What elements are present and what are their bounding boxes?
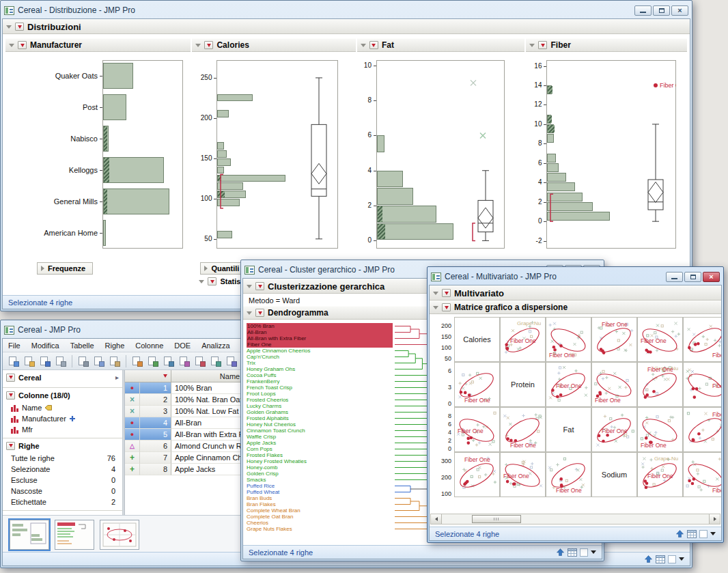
scatter-cell[interactable]: Fiber One [591,317,637,362]
sort-icon[interactable] [178,355,191,367]
histogram-bar[interactable] [547,212,610,221]
close-button[interactable]: × [703,272,720,282]
scatter-cell[interactable]: Fiber One [500,452,546,497]
scroll-to-top-icon[interactable] [556,548,565,557]
menu-righe[interactable]: Righe [105,341,125,350]
histogram-bar[interactable] [217,231,232,238]
disclosure-icon[interactable] [6,25,12,29]
row-state-marker[interactable]: ● [125,382,140,394]
histogram-bar[interactable] [377,188,413,205]
disclosure-icon[interactable] [433,292,438,295]
disclosure-icon[interactable] [9,44,14,47]
red-triangle-menu[interactable] [204,41,213,49]
thumbnail-distribution[interactable] [10,520,49,550]
scatter-cell[interactable]: Fiber One [591,362,637,407]
row-number[interactable]: 8 [140,464,171,475]
row-number[interactable]: 7 [140,452,171,464]
row-state-marker[interactable]: + [125,452,140,464]
outline-fiber[interactable]: Fiber [526,38,687,52]
dendrogram-leaf[interactable]: All-Bran with Extra Fiber [247,335,393,341]
scatter-cell[interactable]: Fiber One [546,452,591,497]
dendrogram-leaf[interactable]: Fiber One [247,341,393,348]
table-panel-header[interactable]: Cereal ▸ [3,370,122,385]
histogram-bar[interactable] [377,206,436,223]
row-state-marker[interactable]: ● [125,417,140,429]
dendrogram-leaf[interactable]: Cap'n'Crunch [247,354,279,360]
disclosure-icon[interactable] [247,311,252,315]
scatter-cell[interactable]: Fiber One [546,317,591,362]
histogram-bar[interactable] [547,154,556,163]
dendrogram-leaf[interactable]: Golden Crisp [247,471,279,477]
disclosure-icon[interactable] [529,44,535,47]
dendrogram-leaf[interactable]: Puffed Wheat [247,489,279,495]
histogram-bar[interactable] [217,167,224,174]
red-triangle-menu[interactable] [369,41,378,49]
row-state-marker[interactable]: × [125,406,140,417]
cut-icon[interactable] [76,355,90,367]
row-state-marker[interactable]: × [125,394,140,406]
row-state-marker[interactable]: + [125,464,140,475]
data-table-icon[interactable] [568,548,577,557]
scatter-cell[interactable]: Grape-NuFiber One [500,317,546,362]
row-state-marker[interactable]: △ [125,441,140,452]
scatter-cell[interactable]: Fiber One [683,407,721,452]
matrix-hscrollbar[interactable] [430,514,720,525]
row-stat[interactable]: Nascoste0 [3,486,122,497]
scatter-cell[interactable]: Fiber One [637,407,683,452]
open-icon[interactable] [23,355,36,367]
dendrogram-leaf[interactable]: Lucky Charms [247,403,281,409]
red-triangle-menu[interactable] [6,374,15,382]
scatter-cell[interactable]: Fiber One [683,362,721,407]
dendrogram-leaf[interactable]: All-Bran [247,329,393,335]
histogram-bar[interactable] [103,126,109,152]
dendrogram-leaf[interactable]: Golden Grahams [247,409,288,415]
dropdown-caret-icon[interactable] [710,532,716,535]
scatter-cell[interactable]: Fiber One [454,452,500,497]
maximize-button[interactable] [653,5,670,16]
scrollbar-thumb[interactable] [472,515,521,523]
menu-analizza[interactable]: Analizza [201,341,230,350]
save-icon[interactable] [38,355,52,367]
scatter-cell[interactable]: Fiber One [683,452,721,497]
dendrogram-leaf[interactable]: Corn Pops [247,446,272,452]
histogram-bar[interactable] [547,193,583,201]
histogram-bar[interactable] [217,94,253,102]
red-triangle-menu[interactable] [255,309,264,317]
dendrogram-leaf[interactable]: Cheerios [247,520,268,526]
histogram-bar[interactable] [103,188,169,214]
row-stat[interactable]: Tutte le righe76 [3,453,122,464]
collapse-chevron-icon[interactable]: ▸ [115,374,119,381]
histogram-bar[interactable] [217,110,229,117]
disclosure-icon[interactable] [361,44,366,47]
disclosure-icon[interactable] [199,280,204,283]
print-icon[interactable] [54,355,68,367]
dendrogram-leaf[interactable]: Complete Wheat Bran [247,507,300,514]
summary-icon[interactable] [146,355,160,367]
dendrogram-leaf[interactable]: Frosted Cheerios [247,397,288,403]
disclosure-icon[interactable] [433,306,438,309]
minimize-button[interactable] [634,5,652,16]
scatter-cell[interactable]: Fiber One [500,407,546,452]
disclosure-icon[interactable] [247,285,252,288]
scatter-cell[interactable]: Fiber One [637,317,683,362]
data-table-icon[interactable] [656,555,665,563]
maximize-button[interactable] [684,272,701,282]
histogram-bar[interactable] [103,63,133,89]
red-triangle-menu[interactable] [442,303,451,311]
dendrogram-leaf[interactable]: Honey Frosted Wheaties [247,458,307,464]
copy-icon[interactable] [92,355,106,367]
paste-icon[interactable] [108,355,122,367]
thumbnail-cluster[interactable] [55,520,94,550]
titlebar-multivariate[interactable]: Cereal - Multivariato - JMP Pro × [429,268,722,285]
dendrogram-leaf[interactable]: Bran Flakes [247,501,276,507]
data-table-icon[interactable] [687,530,697,538]
scatter-cell[interactable]: Grape-NuFiber One [637,362,683,407]
distribution-icon[interactable] [209,355,223,367]
dropdown-caret-icon[interactable] [591,550,596,554]
dendrogram-leaf[interactable]: Cocoa Puffs [247,372,276,378]
chart-icon[interactable] [193,355,207,367]
dendrogram-leaf[interactable]: Apple Jacks [247,440,276,446]
histogram-bar[interactable] [547,85,551,94]
red-triangle-menu[interactable] [18,41,27,49]
dendrogram-leaf[interactable]: Smacks [247,477,266,483]
